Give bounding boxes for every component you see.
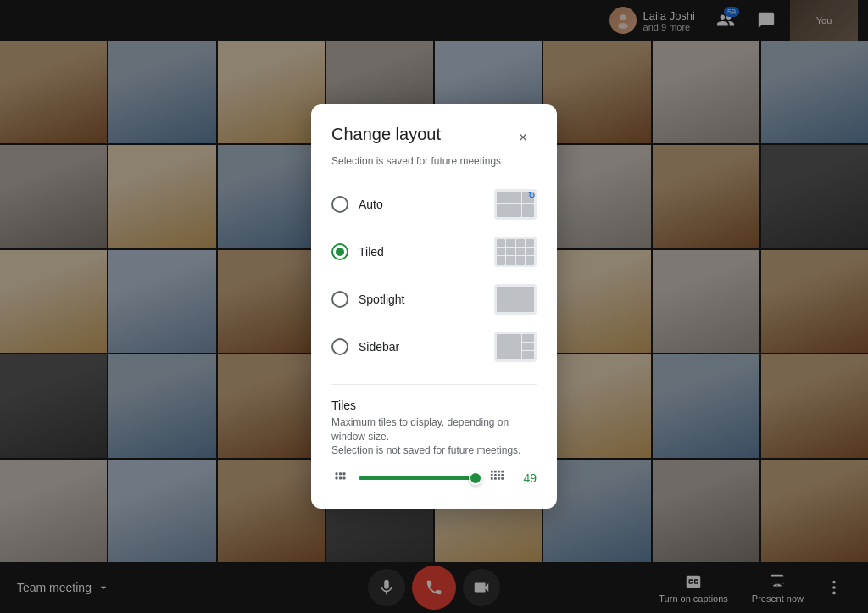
svg-rect-21: [498, 477, 500, 480]
layout-option-tiled[interactable]: Tiled: [331, 228, 537, 276]
preview-cell: [522, 334, 534, 342]
modal-header: Change layout ×: [331, 125, 537, 152]
preview-cell: [497, 204, 509, 217]
layout-label-sidebar: Sidebar: [359, 340, 399, 354]
layout-option-sidebar-left: Sidebar: [331, 338, 399, 355]
layout-radio-auto: [331, 196, 348, 213]
layout-option-auto-left: Auto: [331, 196, 383, 213]
svg-rect-19: [491, 477, 493, 480]
svg-rect-14: [501, 471, 504, 473]
svg-rect-15: [491, 474, 493, 476]
preview-cell: [522, 343, 534, 350]
svg-rect-18: [501, 474, 504, 476]
layout-option-auto[interactable]: Auto ↻: [331, 181, 537, 228]
modal-overlay[interactable]: Change layout × Selection is saved for f…: [0, 0, 868, 613]
layout-radio-spotlight: [331, 291, 348, 308]
modal-subtitle: Selection is saved for future meetings: [331, 155, 537, 167]
preview-cell: [509, 192, 521, 204]
preview-cell: [497, 239, 505, 247]
preview-cell: [497, 248, 505, 255]
preview-main-cell: [497, 334, 521, 359]
auto-refresh-icon: ↻: [528, 191, 535, 200]
layout-preview-spotlight: [494, 284, 537, 315]
svg-rect-11: [491, 471, 493, 473]
layout-preview-tiled: [494, 237, 537, 267]
slider-min-icon: [331, 468, 352, 488]
layout-option-tiled-left: Tiled: [331, 243, 384, 260]
svg-rect-16: [494, 474, 497, 476]
slider-max-icon: [489, 468, 509, 488]
preview-cell: [506, 239, 515, 247]
preview-cell: [526, 239, 534, 247]
layout-label-spotlight: Spotlight: [359, 293, 404, 306]
tiles-slider-row: 49: [331, 468, 537, 488]
svg-rect-7: [343, 472, 346, 475]
tiles-section: Tiles Maximum tiles to display, dependin…: [331, 384, 537, 488]
svg-rect-8: [336, 477, 338, 480]
layout-label-tiled: Tiled: [359, 245, 384, 259]
svg-rect-5: [336, 472, 338, 475]
layout-preview-auto: ↻: [494, 189, 537, 220]
tiles-desc: Maximum tiles to display, depending on w…: [331, 415, 537, 458]
tiles-value: 49: [516, 471, 537, 485]
layout-options: Auto ↻ Tile: [331, 181, 537, 371]
preview-cell: [509, 204, 521, 217]
preview-cell: [522, 204, 534, 217]
layout-option-spotlight[interactable]: Spotlight: [331, 276, 537, 323]
preview-cell: [506, 256, 515, 264]
svg-rect-10: [343, 477, 346, 480]
modal-close-button[interactable]: ×: [509, 125, 537, 152]
tiles-slider[interactable]: [359, 476, 482, 480]
layout-radio-tiled: [331, 243, 348, 260]
svg-rect-6: [339, 472, 342, 475]
preview-side-col: [522, 334, 534, 359]
svg-rect-9: [339, 477, 342, 480]
preview-cell: [497, 192, 509, 204]
svg-rect-17: [498, 474, 500, 476]
svg-rect-22: [501, 477, 504, 480]
preview-cell: [526, 256, 534, 264]
tiles-section-title: Tiles: [331, 398, 537, 412]
preview-cell: [516, 239, 525, 247]
svg-rect-13: [498, 471, 500, 473]
preview-cell: [526, 248, 534, 255]
layout-option-spotlight-left: Spotlight: [331, 291, 404, 308]
preview-cell: [516, 248, 525, 255]
preview-main-cell: [497, 287, 534, 312]
layout-radio-sidebar: [331, 338, 348, 355]
change-layout-modal: Change layout × Selection is saved for f…: [311, 104, 557, 509]
layout-label-auto: Auto: [359, 198, 383, 211]
preview-cell: [522, 351, 534, 359]
preview-cell: [497, 256, 505, 264]
svg-rect-20: [494, 477, 497, 480]
svg-rect-12: [494, 471, 497, 473]
preview-cell: [506, 248, 515, 255]
layout-option-sidebar[interactable]: Sidebar: [331, 323, 537, 371]
layout-preview-sidebar: [494, 332, 537, 362]
preview-cell: [516, 256, 525, 264]
modal-title: Change layout: [331, 125, 441, 144]
